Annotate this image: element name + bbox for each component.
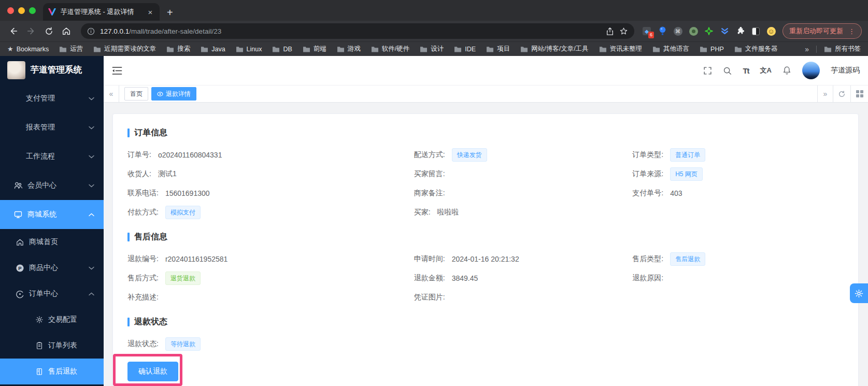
- chevron-up-icon: [89, 292, 94, 296]
- sidebar-item-order-center[interactable]: 订单中心: [0, 281, 104, 307]
- bookmark-folder[interactable]: 其他语言: [652, 45, 689, 53]
- bookmark-folder[interactable]: 近期需要读的文章: [93, 45, 156, 53]
- chrome-menu-dots-icon[interactable]: ⋮: [848, 27, 855, 35]
- sidebar-item-trade-config[interactable]: 交易配置: [0, 307, 104, 333]
- bookmarks-overflow-icon[interactable]: »: [805, 45, 809, 53]
- bookmark-folder[interactable]: 网站/博客/文章/工具: [520, 45, 588, 53]
- logo-avatar: [7, 61, 25, 79]
- sidebar-item-workflow[interactable]: 工作流程: [0, 142, 104, 171]
- bookmark-folder[interactable]: 设计: [420, 45, 444, 53]
- field-merchant-note: 商家备注:: [414, 183, 633, 203]
- bookmark-folder[interactable]: 游戏: [337, 45, 361, 53]
- gear-icon: [35, 316, 44, 324]
- extension-dot-icon[interactable]: [688, 26, 699, 36]
- all-bookmarks-folder[interactable]: 所有书签: [824, 45, 861, 53]
- tag-pay-method: 模拟支付: [165, 206, 201, 219]
- window-close-button[interactable]: [7, 7, 14, 14]
- refund-status-grid: 退款状态:等待退款: [127, 334, 844, 353]
- field-evidence-images: 凭证图片:: [414, 288, 633, 307]
- theme-settings-button[interactable]: [850, 283, 868, 303]
- font-size-icon[interactable]: Tt: [743, 66, 749, 75]
- bookmark-folder[interactable]: 前端: [303, 45, 326, 53]
- sidebar: 芋道管理系统 支付管理 报表管理 工作流程 会员中心: [0, 56, 104, 386]
- sidebar-item-payment[interactable]: 支付管理: [0, 84, 104, 113]
- order-icon: [16, 290, 24, 298]
- site-info-icon[interactable]: [87, 27, 95, 35]
- chrome-update-button[interactable]: 重新启动即可更新 ⋮: [782, 23, 862, 39]
- tag-order-source: H5 网页: [670, 167, 703, 181]
- window-minimize-button[interactable]: [18, 7, 25, 14]
- field-order-source: 订单来源:H5 网页: [632, 164, 844, 183]
- bookmark-folder[interactable]: 搜索: [166, 45, 190, 53]
- forward-icon[interactable]: [24, 24, 38, 38]
- bookmark-folder[interactable]: IDE: [454, 46, 476, 53]
- bookmarks-bar: ★Bookmarks 运营 近期需要读的文章 搜索 Java Linux DB …: [0, 41, 868, 56]
- extensions-puzzle-icon[interactable]: [735, 26, 745, 36]
- bookmark-folder[interactable]: Java: [201, 46, 225, 53]
- window-zoom-button[interactable]: [29, 7, 36, 14]
- browser-tab[interactable]: 芋道管理系统 - 退款详情 ×: [43, 3, 160, 21]
- reload-icon[interactable]: [41, 24, 56, 38]
- search-icon[interactable]: [723, 66, 732, 75]
- users-icon: [13, 181, 23, 190]
- sidebar-item-member[interactable]: 会员中心: [0, 171, 104, 200]
- sidebar-item-report[interactable]: 报表管理: [0, 113, 104, 142]
- field-receiver: 收货人:测试1: [127, 164, 414, 183]
- collapse-sidebar-icon[interactable]: [112, 66, 122, 75]
- sidebar-item-order-list[interactable]: 订单列表: [0, 333, 104, 359]
- extension-command-icon[interactable]: ⌘: [673, 26, 683, 36]
- bookmark-folder[interactable]: DB: [272, 46, 292, 53]
- bookmark-star-icon[interactable]: [619, 27, 628, 36]
- section-title-order-info: 订单信息: [127, 127, 844, 138]
- layout-grid-icon[interactable]: [850, 85, 868, 102]
- url-bar[interactable]: 127.0.0.1/mall/trade/after-sale/detail/2…: [81, 23, 634, 39]
- bookmarks-apps[interactable]: ★Bookmarks: [7, 45, 49, 53]
- sidebar-item-mall[interactable]: 商城系统: [0, 200, 104, 229]
- extension-balloon-icon[interactable]: [657, 26, 667, 36]
- sidebar-item-mall-home[interactable]: 商城首页: [0, 229, 104, 255]
- tags-scroll-left-icon[interactable]: «: [104, 85, 119, 102]
- back-icon[interactable]: [6, 24, 21, 38]
- home-icon[interactable]: [59, 24, 74, 38]
- section-accent-bar: [127, 318, 130, 326]
- share-icon[interactable]: [606, 27, 614, 36]
- svg-text:P: P: [18, 265, 21, 270]
- bookmark-folder[interactable]: 资讯未整理: [599, 45, 643, 53]
- bookmark-folder[interactable]: 软件/硬件: [371, 45, 409, 53]
- favicon-vue-icon: [48, 8, 56, 16]
- extension-grid-icon[interactable]: ◆ 6: [642, 26, 652, 36]
- chevron-down-icon: [89, 126, 94, 130]
- extension-star-icon[interactable]: [704, 26, 714, 36]
- app-title: 芋道管理系统: [31, 64, 82, 76]
- refresh-page-icon[interactable]: [833, 85, 850, 102]
- url-text[interactable]: 127.0.0.1/mall/trade/after-sale/detail/2…: [100, 27, 601, 35]
- bell-icon[interactable]: [782, 66, 791, 75]
- profile-avatar-emoji[interactable]: ☺: [766, 26, 776, 36]
- user-avatar[interactable]: [802, 62, 820, 79]
- tags-scroll-right-icon[interactable]: »: [817, 85, 833, 102]
- field-delivery-method: 配送方式:快递发货: [414, 145, 633, 164]
- bookmark-folder[interactable]: 项目: [486, 45, 510, 53]
- confirm-refund-button[interactable]: 确认退款: [127, 362, 178, 381]
- extension-chevrons-icon[interactable]: [719, 26, 730, 36]
- browser-toolbar: 127.0.0.1/mall/trade/after-sale/detail/2…: [0, 21, 868, 41]
- sidebar-logo[interactable]: 芋道管理系统: [0, 56, 104, 84]
- bookmarks-label: Bookmarks: [17, 46, 49, 53]
- field-phone: 联系电话:15601691300: [127, 183, 414, 203]
- tag-tab-refund-detail[interactable]: 退款详情: [151, 87, 196, 101]
- extension-halfsquare-icon[interactable]: [750, 26, 761, 36]
- url-path: /mall/trade/after-sale/detail/23: [129, 27, 221, 35]
- field-order-type: 订单类型:普通订单: [632, 145, 844, 164]
- chrome-update-label: 重新启动即可更新: [789, 26, 843, 36]
- tab-close-icon[interactable]: ×: [146, 8, 154, 17]
- bookmark-folder[interactable]: 文件服务器: [734, 45, 778, 53]
- sidebar-item-after-sale-refund[interactable]: 售后退款: [0, 359, 104, 384]
- bookmark-folder[interactable]: 运营: [59, 45, 83, 53]
- bookmark-folder[interactable]: Linux: [236, 46, 262, 53]
- tag-tab-home[interactable]: 首页: [124, 87, 148, 101]
- sidebar-item-product-center[interactable]: P 商品中心: [0, 255, 104, 281]
- bookmark-folder[interactable]: PHP: [700, 46, 724, 53]
- fullscreen-icon[interactable]: [703, 66, 712, 75]
- new-tab-button[interactable]: +: [167, 7, 173, 19]
- language-icon[interactable]: 文A: [760, 66, 772, 75]
